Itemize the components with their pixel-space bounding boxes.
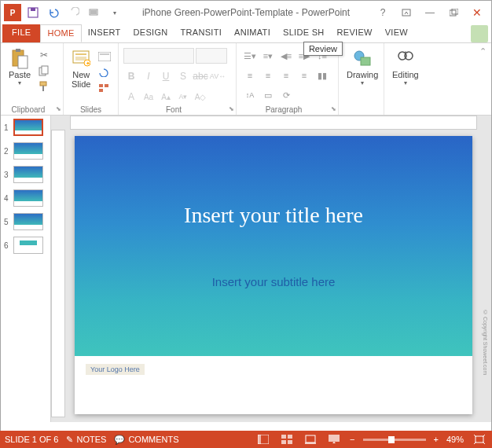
align-text-button[interactable]: ▭ (259, 87, 277, 103)
svg-rect-22 (105, 84, 108, 87)
zoom-slider[interactable] (363, 439, 426, 441)
new-slide-label: New Slide (72, 70, 90, 89)
thumbnail-6[interactable]: 6 (1, 233, 50, 257)
thumbnail-5[interactable]: 5 (1, 210, 50, 233)
new-slide-button[interactable]: ✦ New Slide (68, 48, 94, 90)
align-center-button[interactable]: ≡ (259, 68, 277, 83)
svg-rect-20 (100, 53, 109, 55)
tab-home[interactable]: HOME (40, 24, 81, 42)
font-family-select[interactable] (123, 48, 194, 64)
undo-icon[interactable] (45, 4, 62, 21)
notes-button[interactable]: ✎NOTES (66, 435, 106, 445)
fit-to-window-icon[interactable] (472, 433, 487, 446)
svg-rect-12 (40, 82, 46, 86)
qat-more-icon[interactable]: ▾ (106, 4, 123, 21)
clipboard-launcher-icon[interactable]: ⬊ (56, 105, 61, 112)
align-right-button[interactable]: ≡ (277, 68, 295, 83)
svg-rect-25 (361, 57, 370, 65)
copy-icon[interactable] (37, 64, 51, 78)
thumbnail-4[interactable]: 4 (1, 186, 50, 210)
title-placeholder[interactable]: Insert your title here (184, 203, 363, 228)
quick-access-toolbar: P ▾ (4, 4, 123, 21)
window-controls: ? — ✕ (372, 4, 488, 21)
format-painter-icon[interactable] (37, 79, 51, 94)
paste-label: Paste (9, 70, 31, 79)
increase-font-button[interactable]: A▴ (158, 89, 174, 105)
logo-placeholder[interactable]: Your Logo Here (86, 364, 145, 375)
change-case-button[interactable]: Aa (141, 89, 156, 105)
slideshow-view-icon[interactable] (326, 433, 342, 446)
slide-counter[interactable]: SLIDE 1 OF 6 (5, 435, 58, 444)
normal-view-icon[interactable] (255, 433, 271, 446)
layout-icon[interactable] (97, 50, 112, 64)
ribbon: Paste ▾ ✂ Clipboard⬊ ✦ New Slide Slides (1, 43, 491, 116)
clear-formatting-button[interactable]: A◇ (193, 89, 208, 105)
ribbon-display-options-icon[interactable] (395, 4, 417, 21)
tab-animations[interactable]: ANIMATI (228, 24, 277, 42)
horizontal-ruler[interactable] (70, 116, 477, 130)
subtitle-placeholder[interactable]: Insert your subtitle here (212, 275, 336, 288)
svg-text:✦: ✦ (86, 61, 90, 66)
zoom-in-button[interactable]: + (434, 435, 439, 444)
thumbnail-3[interactable]: 3 (1, 163, 50, 186)
strikethrough-button[interactable]: abc (193, 68, 208, 84)
slide-editor: Insert your title here Insert your subti… (51, 116, 491, 422)
help-icon[interactable]: ? (372, 4, 394, 21)
bullets-button[interactable]: ☰▾ (241, 48, 259, 64)
paste-button[interactable]: Paste ▾ (6, 48, 34, 88)
tab-review[interactable]: REVIEW (331, 24, 379, 42)
decrease-font-button[interactable]: A▾ (175, 89, 191, 105)
vertical-ruler[interactable] (51, 130, 65, 417)
underline-button[interactable]: U (158, 68, 174, 84)
shadow-button[interactable]: S (175, 68, 191, 84)
justify-button[interactable]: ≡ (296, 68, 313, 83)
char-spacing-button[interactable]: AV↔ (210, 68, 226, 84)
editing-button[interactable]: Editing ▾ (389, 48, 422, 88)
start-from-beginning-icon[interactable] (86, 4, 103, 21)
tab-view[interactable]: VIEW (379, 24, 414, 42)
slide-canvas[interactable]: Insert your title here Insert your subti… (75, 136, 472, 414)
font-size-select[interactable] (196, 48, 227, 64)
section-icon[interactable] (97, 81, 111, 95)
tab-slideshow[interactable]: SLIDE SH (277, 24, 331, 42)
font-color-button[interactable]: A (123, 89, 139, 105)
decrease-indent-button[interactable]: ◀≡ (277, 48, 295, 64)
italic-button[interactable]: I (141, 68, 156, 84)
font-group-label: Font (166, 105, 182, 114)
smartart-button[interactable]: ⟳ (277, 87, 295, 103)
svg-rect-30 (281, 435, 286, 439)
tab-design[interactable]: DESIGN (127, 24, 174, 42)
slide-sorter-icon[interactable] (279, 433, 295, 446)
group-font: B I U S abc AV↔ A Aa A▴ A▾ A◇ Font⬊ (119, 43, 237, 115)
tab-transitions[interactable]: TRANSITI (174, 24, 229, 42)
numbering-button[interactable]: ≡▾ (259, 48, 277, 64)
align-left-button[interactable]: ≡ (241, 68, 259, 83)
restore-icon[interactable] (442, 4, 464, 21)
thumbnail-1[interactable]: 1 (1, 116, 50, 139)
collapse-ribbon-icon[interactable]: ⌃ (479, 43, 491, 115)
paragraph-group-label: Paragraph (266, 105, 303, 114)
cut-icon[interactable]: ✂ (37, 48, 51, 62)
columns-button[interactable]: ▮▮ (314, 68, 331, 83)
save-icon[interactable] (24, 4, 42, 21)
reset-icon[interactable] (97, 65, 111, 79)
text-direction-button[interactable]: ↕A (241, 87, 259, 103)
powerpoint-app-icon[interactable]: P (4, 4, 21, 21)
zoom-level[interactable]: 49% (446, 435, 464, 444)
drawing-button[interactable]: Drawing ▾ (343, 48, 381, 88)
minimize-icon[interactable]: — (419, 4, 441, 21)
window-title: iPhone Green-PowerPoint-Template - Power… (142, 7, 350, 18)
close-icon[interactable]: ✕ (466, 4, 488, 21)
user-avatar[interactable] (471, 25, 488, 42)
tab-file[interactable]: FILE (2, 24, 40, 42)
zoom-out-button[interactable]: − (350, 435, 354, 444)
reading-view-icon[interactable] (303, 433, 318, 446)
thumbnail-2[interactable]: 2 (1, 139, 50, 163)
redo-icon[interactable] (65, 4, 83, 21)
paragraph-launcher-icon[interactable]: ⬊ (331, 105, 336, 112)
slides-group-label: Slides (80, 105, 101, 114)
tab-insert[interactable]: INSERT (82, 24, 127, 42)
font-launcher-icon[interactable]: ⬊ (229, 105, 234, 112)
bold-button[interactable]: B (123, 68, 139, 84)
comments-button[interactable]: 💬COMMENTS (114, 435, 178, 445)
